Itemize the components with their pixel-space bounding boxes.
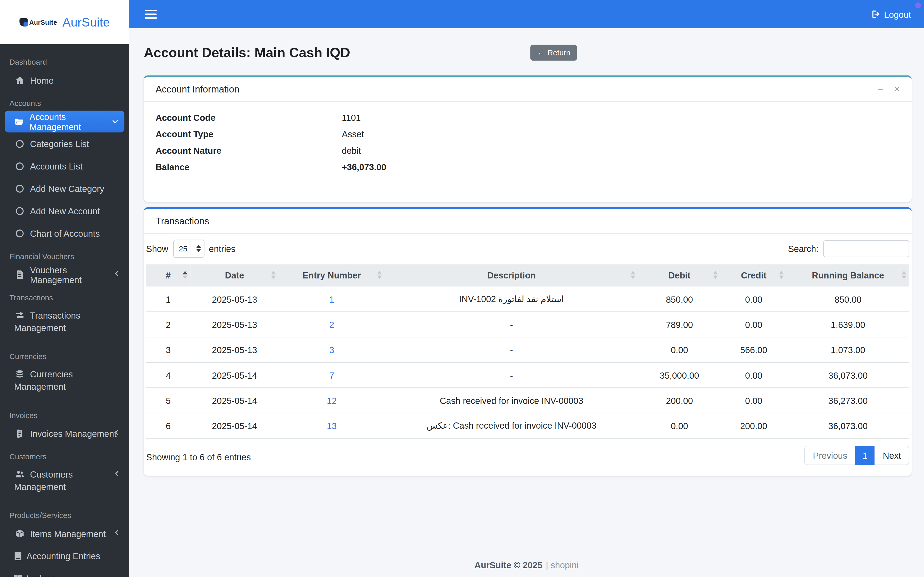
box-icon bbox=[14, 528, 25, 539]
logout-label: Logout bbox=[884, 9, 911, 19]
sidebar-item-accounting-entries[interactable]: Accounting Entries bbox=[0, 545, 129, 567]
sidebar-brand[interactable]: AurSuite AurSuite bbox=[0, 0, 129, 44]
account-info-row: Account Naturedebit bbox=[155, 142, 900, 158]
arrow-left-icon: ← bbox=[537, 48, 544, 57]
column-header-running-balance[interactable]: Running Balance bbox=[787, 264, 909, 286]
sidebar-item-categories-list[interactable]: Categories List bbox=[0, 133, 129, 155]
close-icon[interactable]: × bbox=[894, 84, 900, 94]
sidebar-item-label: Chart of Accounts bbox=[30, 229, 100, 239]
sidebar-item-invoices-management[interactable]: Invoices Management bbox=[0, 423, 129, 445]
cell-date: 2025-05-14 bbox=[190, 363, 279, 388]
entry-link[interactable]: 13 bbox=[327, 421, 337, 431]
sidebar-item-ledger[interactable]: Ledger bbox=[0, 567, 129, 577]
sidebar-item-items-management[interactable]: Items Management bbox=[0, 523, 129, 545]
menu-toggle-icon[interactable] bbox=[145, 10, 157, 19]
home-icon bbox=[14, 75, 25, 85]
sidebar-item-add-new-account[interactable]: Add New Account bbox=[0, 200, 129, 222]
chevron-left-icon bbox=[113, 429, 121, 436]
cell-entry-number: 1 bbox=[279, 286, 384, 312]
cell-index: 1 bbox=[146, 286, 190, 312]
table-row: 52025-05-1412Cash received for invoice I… bbox=[146, 388, 909, 413]
circle-icon bbox=[14, 206, 25, 216]
circle-icon bbox=[14, 139, 25, 149]
cell-description: - bbox=[385, 337, 638, 363]
sort-arrows-icon bbox=[901, 271, 906, 279]
sidebar-item-currencies-management[interactable]: Currencies Management bbox=[0, 364, 129, 403]
coins-icon bbox=[14, 369, 25, 379]
file-invoice-icon bbox=[14, 269, 25, 280]
sidebar-item-accounts-management[interactable]: Accounts Management bbox=[5, 111, 124, 133]
entry-link[interactable]: 1 bbox=[329, 294, 334, 304]
sort-arrows-icon bbox=[713, 271, 718, 279]
entry-link[interactable]: 12 bbox=[327, 395, 337, 405]
cell-running-balance: 850.00 bbox=[787, 286, 909, 312]
sidebar-item-label: Add New Category bbox=[30, 184, 104, 194]
return-button[interactable]: ← Return bbox=[530, 45, 577, 61]
sidebar-item-add-new-category[interactable]: Add New Category bbox=[0, 178, 129, 200]
cell-index: 3 bbox=[146, 337, 190, 363]
pagination-previous[interactable]: Previous bbox=[804, 446, 855, 465]
logout-icon bbox=[871, 10, 881, 19]
cell-credit: 566.00 bbox=[720, 337, 787, 363]
footer: AurSuite © 2025 | shopini bbox=[129, 552, 924, 577]
column-header-date[interactable]: Date bbox=[190, 264, 279, 286]
column-header-label: # bbox=[166, 270, 171, 280]
entry-link[interactable]: 7 bbox=[329, 370, 334, 380]
circle-icon bbox=[14, 184, 25, 194]
sidebar-item-accounts-list[interactable]: Accounts List bbox=[0, 155, 129, 177]
cell-credit: 0.00 bbox=[720, 286, 787, 312]
sidebar-section-label: Invoices bbox=[10, 410, 120, 421]
column-header-debit[interactable]: Debit bbox=[638, 264, 720, 286]
info-label: Account Code bbox=[155, 112, 342, 122]
sidebar-item-transactions-management[interactable]: Transactions Management bbox=[0, 305, 129, 344]
cell-debit: 0.00 bbox=[638, 337, 720, 363]
sidebar-item-label: Accounting Entries bbox=[27, 551, 100, 561]
cell-debit: 0.00 bbox=[638, 413, 720, 438]
cell-description: - bbox=[385, 363, 638, 388]
cell-entry-number: 3 bbox=[279, 337, 384, 363]
main-content: Account Details: Main Cash IQD ← Return … bbox=[144, 28, 912, 476]
sidebar-item-customers-management[interactable]: Customers Management bbox=[0, 464, 129, 503]
info-value: 1101 bbox=[342, 112, 361, 122]
column-header-label: Credit bbox=[741, 270, 766, 280]
sidebar-section-label: Products/Services bbox=[10, 511, 120, 521]
column-header-entry-number[interactable]: Entry Number bbox=[279, 264, 384, 286]
sidebar-item-vouchers-management[interactable]: Vouchers Management bbox=[0, 264, 129, 286]
entry-link[interactable]: 3 bbox=[329, 345, 334, 355]
table-row: 12025-05-131استلام نقد لفاتورة INV-10028… bbox=[146, 286, 909, 312]
cell-running-balance: 36,073.00 bbox=[787, 363, 909, 388]
pagination-next[interactable]: Next bbox=[874, 446, 909, 465]
users-icon bbox=[14, 469, 25, 480]
pagination-page-1[interactable]: 1 bbox=[855, 446, 875, 465]
column-header-label: Description bbox=[487, 270, 536, 280]
cell-debit: 850.00 bbox=[638, 286, 720, 312]
cell-date: 2025-05-13 bbox=[190, 337, 279, 363]
sidebar-section-label: Transactions bbox=[10, 293, 120, 303]
search-input[interactable] bbox=[823, 240, 909, 257]
sidebar-item-home[interactable]: Home bbox=[0, 69, 129, 92]
transactions-card: Transactions Show 25 entries Search: bbox=[144, 207, 912, 476]
pagination: Previous 1 Next bbox=[804, 446, 909, 465]
cell-index: 2 bbox=[146, 312, 190, 337]
account-info-row: Balance+36,073.00 bbox=[155, 158, 900, 175]
cell-index: 6 bbox=[146, 413, 190, 438]
column-header-description[interactable]: Description bbox=[385, 264, 638, 286]
book-icon bbox=[12, 551, 23, 561]
footer-sub: | shopini bbox=[546, 560, 578, 570]
cell-description: Cash received for invoice INV-00003 bbox=[385, 388, 638, 413]
account-information-title: Account Information bbox=[155, 84, 239, 95]
page-length-select[interactable]: 25 bbox=[173, 239, 204, 258]
entry-link[interactable]: 2 bbox=[329, 319, 334, 329]
footer-brand: AurSuite © 2025 bbox=[474, 560, 542, 570]
cell-date: 2025-05-14 bbox=[190, 413, 279, 438]
table-info: Showing 1 to 6 of 6 entries bbox=[146, 452, 251, 462]
column-header-credit[interactable]: Credit bbox=[720, 264, 787, 286]
cell-debit: 200.00 bbox=[638, 388, 720, 413]
sidebar-item-chart-of-accounts[interactable]: Chart of Accounts bbox=[0, 222, 129, 245]
cell-credit: 200.00 bbox=[720, 413, 787, 438]
cell-credit: 0.00 bbox=[720, 363, 787, 388]
column-header-#[interactable]: # bbox=[146, 264, 190, 286]
minimize-icon[interactable]: − bbox=[877, 84, 884, 94]
cell-description: عكس: Cash received for invoice INV-00003 bbox=[385, 413, 638, 438]
logout-button[interactable]: Logout bbox=[871, 9, 911, 19]
